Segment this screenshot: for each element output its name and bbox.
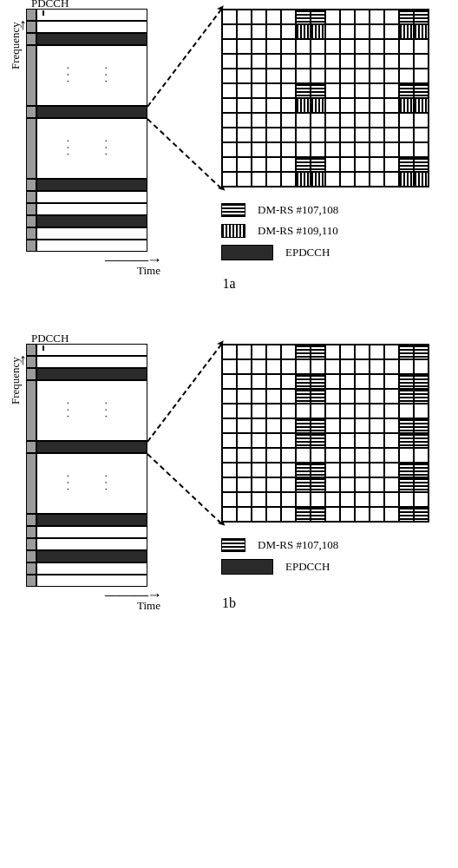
resource-element bbox=[384, 24, 399, 39]
ellipsis-icon: • • • bbox=[103, 402, 108, 418]
resource-element bbox=[384, 128, 399, 142]
subframe-row bbox=[26, 368, 147, 380]
legend-label: EPDCCH bbox=[285, 246, 330, 260]
resource-element bbox=[355, 69, 370, 83]
resource-element bbox=[325, 492, 340, 507]
resource-element bbox=[252, 172, 266, 187]
dmrs-107-108-re bbox=[414, 477, 429, 492]
data-prb bbox=[36, 191, 147, 203]
legend-swatch-v-stripe bbox=[221, 224, 245, 238]
resource-element bbox=[384, 448, 399, 463]
resource-element bbox=[355, 433, 370, 448]
resource-element bbox=[399, 404, 414, 418]
resource-element bbox=[414, 128, 429, 142]
resource-element bbox=[384, 404, 399, 418]
dmrs-107-108-re bbox=[399, 374, 414, 389]
resource-element bbox=[384, 83, 399, 98]
dmrs-109-110-re bbox=[399, 98, 414, 113]
resource-element bbox=[237, 69, 252, 83]
resource-element bbox=[355, 345, 370, 359]
resource-element bbox=[252, 404, 266, 418]
ellipsis-icon: • • • bbox=[65, 67, 70, 83]
dmrs-107-108-re bbox=[296, 418, 311, 433]
resource-element bbox=[384, 359, 399, 374]
resource-element bbox=[370, 433, 384, 448]
resource-element bbox=[266, 477, 281, 492]
pdcch-column-cell bbox=[26, 21, 36, 33]
data-prb bbox=[36, 538, 147, 550]
resource-element bbox=[414, 54, 429, 69]
resource-element bbox=[399, 69, 414, 83]
resource-element bbox=[311, 142, 325, 157]
resource-element bbox=[384, 157, 399, 172]
subframe-row bbox=[26, 344, 147, 356]
time-axis-label-b: Time bbox=[137, 599, 160, 612]
resource-element bbox=[355, 113, 370, 128]
resource-element bbox=[355, 389, 370, 404]
resource-element bbox=[325, 345, 340, 359]
dmrs-109-110-re bbox=[414, 172, 429, 187]
resource-element bbox=[355, 463, 370, 477]
subframe-wrap-a: PDCCH Frequency ↑ • • •• • •• • •• • • —… bbox=[9, 9, 160, 252]
subframe-row bbox=[26, 562, 147, 575]
resource-element bbox=[384, 418, 399, 433]
resource-element bbox=[311, 69, 325, 83]
resource-element bbox=[370, 477, 384, 492]
pdcch-column-cell bbox=[26, 514, 36, 526]
resource-element bbox=[325, 374, 340, 389]
data-prb: • • •• • • bbox=[36, 453, 147, 514]
resource-element bbox=[325, 128, 340, 142]
resource-element bbox=[370, 463, 384, 477]
resource-element bbox=[355, 83, 370, 98]
resource-element bbox=[370, 389, 384, 404]
resource-element bbox=[340, 345, 355, 359]
time-arrow-icon-b: ———→ bbox=[105, 590, 160, 599]
pdcch-column-cell bbox=[26, 215, 36, 227]
time-axis-a: ———→ Time bbox=[105, 255, 160, 278]
resource-element bbox=[355, 39, 370, 54]
resource-element bbox=[252, 433, 266, 448]
pdcch-column-cell bbox=[26, 45, 36, 106]
resource-element bbox=[355, 448, 370, 463]
resource-element bbox=[399, 54, 414, 69]
resource-element bbox=[296, 404, 311, 418]
resource-element bbox=[252, 142, 266, 157]
resource-element bbox=[281, 113, 296, 128]
resource-element bbox=[237, 492, 252, 507]
resource-element bbox=[325, 157, 340, 172]
resource-element bbox=[370, 359, 384, 374]
subframe-row: • • •• • • bbox=[26, 118, 147, 179]
subframe-row bbox=[26, 9, 147, 21]
resource-element bbox=[325, 39, 340, 54]
dmrs-107-108-re bbox=[414, 345, 429, 359]
dmrs-107-108-re bbox=[414, 389, 429, 404]
dmrs-107-108-re bbox=[296, 507, 311, 522]
data-prb bbox=[36, 575, 147, 587]
resource-element bbox=[281, 477, 296, 492]
resource-element bbox=[266, 69, 281, 83]
resource-element bbox=[237, 404, 252, 418]
resource-element bbox=[222, 83, 237, 98]
data-prb bbox=[36, 21, 147, 33]
resource-element bbox=[266, 404, 281, 418]
data-prb: • • •• • • bbox=[36, 380, 147, 441]
subframe-row: • • •• • • bbox=[26, 453, 147, 514]
resource-element bbox=[266, 374, 281, 389]
pdcch-column-cell bbox=[26, 203, 36, 215]
resource-element bbox=[355, 172, 370, 187]
resource-element bbox=[325, 433, 340, 448]
resource-element bbox=[414, 69, 429, 83]
resource-element bbox=[252, 507, 266, 522]
resource-element bbox=[325, 418, 340, 433]
resource-element bbox=[340, 83, 355, 98]
subframe-row bbox=[26, 538, 147, 550]
resource-element bbox=[252, 374, 266, 389]
resource-element bbox=[355, 24, 370, 39]
resource-element bbox=[252, 389, 266, 404]
resource-element bbox=[237, 10, 252, 24]
pdcch-column-cell bbox=[26, 380, 36, 441]
dmrs-107-108-re bbox=[414, 157, 429, 172]
resource-element bbox=[384, 463, 399, 477]
subframe-row bbox=[26, 106, 147, 118]
detail-wrap-b: DM-RS #107,108EPDCCH bbox=[221, 344, 429, 582]
